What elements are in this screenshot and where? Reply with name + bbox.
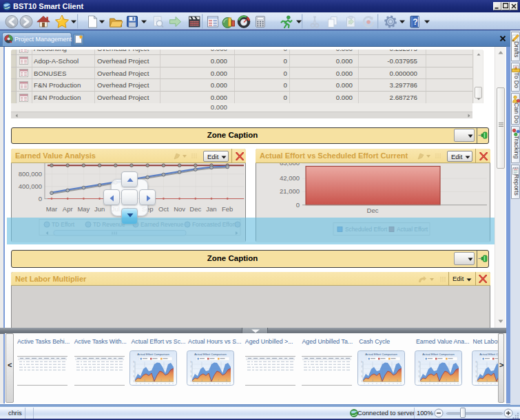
svg-text:Dec: Dec — [367, 207, 379, 214]
svg-text:0: 0 — [296, 201, 300, 209]
svg-text:Mar: Mar — [46, 205, 57, 213]
svg-text:?: ? — [413, 17, 417, 27]
svg-text:Apr: Apr — [63, 205, 73, 213]
svg-text:800,000: 800,000 — [19, 170, 42, 178]
svg-text:21,000: 21,000 — [280, 187, 300, 195]
svg-text:42,000: 42,000 — [280, 174, 300, 182]
svg-text:Nov: Nov — [174, 205, 185, 213]
svg-text:May: May — [77, 205, 90, 213]
svg-text:Jun: Jun — [94, 205, 105, 213]
svg-text:0: 0 — [39, 195, 42, 202]
svg-text:Dec: Dec — [189, 205, 201, 213]
svg-text:Feb: Feb — [222, 205, 233, 213]
svg-text:400,000: 400,000 — [19, 182, 42, 190]
svg-text:Jan: Jan — [206, 205, 216, 213]
svg-text:63,000: 63,000 — [280, 163, 300, 167]
svg-text:Oct: Oct — [158, 205, 169, 213]
